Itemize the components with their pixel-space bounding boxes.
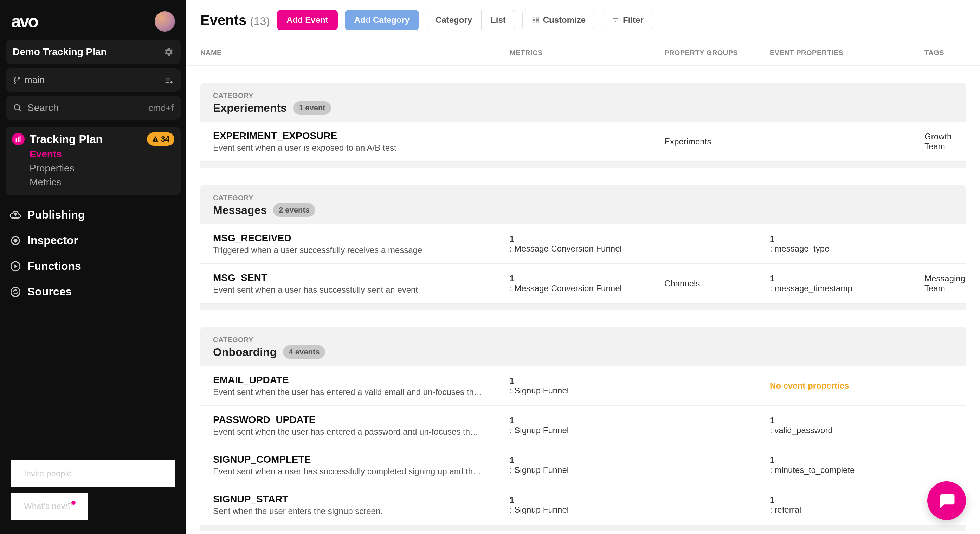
svg-rect-11: [18, 137, 19, 142]
plan-selector[interactable]: Demo Tracking Plan: [6, 40, 181, 64]
cell-event-properties: [770, 130, 924, 153]
event-row[interactable]: MSG_SENTEvent sent when a user has succe…: [200, 264, 966, 304]
play-circle-icon: [9, 260, 22, 273]
category-footer: [200, 304, 966, 310]
event-name: MSG_SENT: [213, 272, 501, 283]
cell-event-properties: 1: valid_password: [770, 414, 924, 437]
branch-name: main: [25, 75, 44, 85]
filter-button[interactable]: Filter: [602, 10, 653, 30]
branch-add-icon[interactable]: [164, 75, 173, 85]
filter-icon: [612, 16, 619, 24]
topbar: Events (13) Add Event Add Category Categ…: [186, 0, 980, 40]
column-headers: NAME METRICS PROPERTY GROUPS EVENT PROPE…: [186, 40, 980, 66]
add-category-button[interactable]: Add Category: [345, 10, 419, 30]
subitem-metrics[interactable]: Metrics: [30, 177, 174, 188]
svg-rect-12: [20, 136, 21, 142]
tracking-plan-title[interactable]: Tracking Plan: [30, 133, 103, 146]
event-name: MSG_RECEIVED: [213, 232, 501, 244]
cell-metrics: 1: Message Conversion Funnel: [510, 232, 664, 255]
gear-icon[interactable]: [164, 47, 173, 57]
invite-people-link[interactable]: Invite people: [11, 460, 175, 487]
event-row[interactable]: MSG_RECEIVEDTriggered when a user succes…: [200, 224, 966, 264]
category-header[interactable]: CATEGORYExperiements1 event: [200, 83, 966, 122]
cell-event-properties: No event properties: [770, 375, 924, 397]
cell-tags: Growth Team: [924, 130, 960, 153]
cell-property-groups: Experiments: [664, 130, 770, 153]
svg-point-18: [11, 288, 20, 297]
svg-rect-21: [533, 21, 535, 22]
svg-rect-14: [155, 140, 156, 141]
cell-metrics: 1: Signup Funnel: [510, 414, 664, 437]
event-row[interactable]: SIGNUP_STARTSent when the user enters th…: [200, 485, 966, 525]
category-header[interactable]: CATEGORYOnboarding4 events: [200, 327, 966, 366]
cell-tags: [924, 454, 953, 477]
event-description: Event sent when the user has entered a v…: [213, 387, 501, 397]
cell-name: SIGNUP_STARTSent when the user enters th…: [213, 494, 510, 516]
event-row[interactable]: SIGNUP_COMPLETEEvent sent when a user ha…: [200, 445, 966, 485]
event-description: Event sent when the user has entered a p…: [213, 427, 501, 437]
category-name: Messages: [213, 204, 267, 217]
cell-metrics: 1: Message Conversion Funnel: [510, 272, 664, 295]
cell-name: PASSWORD_UPDATEEvent sent when the user …: [213, 414, 510, 437]
cell-metrics: 1: Signup Funnel: [510, 375, 664, 397]
svg-rect-22: [536, 21, 539, 22]
category-name: Experiements: [213, 102, 287, 114]
page-title: Events (13): [200, 12, 270, 28]
warning-badge[interactable]: 34: [147, 132, 174, 146]
customize-icon: [532, 16, 539, 24]
avatar[interactable]: [155, 11, 175, 32]
sidebar: avo Demo Tracking Plan main: [0, 0, 186, 534]
git-branch-icon: [13, 76, 21, 84]
cell-name: EMAIL_UPDATEEvent sent when the user has…: [213, 375, 510, 397]
search-shortcut: cmd+f: [148, 103, 173, 113]
cell-name: MSG_RECEIVEDTriggered when a user succes…: [213, 232, 510, 255]
target-icon: [9, 234, 22, 247]
chat-button[interactable]: [927, 481, 966, 520]
cell-event-properties: 1: minutes_to_complete: [770, 454, 924, 477]
no-event-properties: No event properties: [770, 381, 916, 391]
event-row[interactable]: EMAIL_UPDATEEvent sent when the user has…: [200, 366, 966, 405]
category-block: CATEGORYMessages2 eventsMSG_RECEIVEDTrig…: [200, 185, 966, 310]
customize-button[interactable]: Customize: [522, 10, 595, 30]
cell-property-groups: [664, 494, 770, 516]
nav-inspector[interactable]: Inspector: [6, 228, 181, 253]
cell-tags: Messaging Team: [924, 272, 974, 295]
view-category-tab[interactable]: Category: [426, 10, 481, 30]
cell-property-groups: [664, 454, 770, 477]
svg-rect-13: [155, 138, 156, 140]
col-name: NAME: [200, 49, 510, 57]
nav-functions[interactable]: Functions: [6, 253, 181, 279]
nav-sources[interactable]: Sources: [6, 279, 181, 305]
event-row[interactable]: EXPERIMENT_EXPOSUREEvent sent when a use…: [200, 122, 966, 162]
view-toggle: Category List: [426, 10, 515, 30]
event-description: Event sent when a user has successfully …: [213, 285, 501, 295]
cell-name: MSG_SENTEvent sent when a user has succe…: [213, 272, 510, 295]
cell-name: EXPERIMENT_EXPOSUREEvent sent when a use…: [213, 130, 510, 153]
svg-rect-10: [16, 138, 17, 141]
category-block: CATEGORYExperiements1 eventEXPERIMENT_EX…: [200, 83, 966, 168]
category-header[interactable]: CATEGORYMessages2 events: [200, 185, 966, 224]
col-metrics: METRICS: [510, 49, 664, 57]
event-description: Triggered when a user successfully recei…: [213, 245, 501, 255]
svg-rect-19: [533, 18, 535, 20]
view-list-tab[interactable]: List: [481, 10, 515, 30]
nav-tracking-plan: Tracking Plan 34 Events Properties Metri…: [6, 127, 181, 195]
event-name: SIGNUP_COMPLETE: [213, 454, 501, 465]
event-description: Event sent when a user is exposed to an …: [213, 143, 501, 153]
add-event-button[interactable]: Add Event: [277, 10, 338, 30]
category-label: CATEGORY: [213, 92, 953, 100]
cell-metrics: 1: Signup Funnel: [510, 454, 664, 477]
cloud-upload-icon: [9, 209, 22, 221]
cell-tags: [924, 414, 953, 437]
branch-selector[interactable]: main: [6, 68, 181, 92]
search-box[interactable]: Search cmd+f: [6, 96, 181, 120]
category-footer: [200, 162, 966, 168]
nav-publishing[interactable]: Publishing: [6, 202, 181, 228]
svg-point-1: [14, 81, 16, 83]
event-row[interactable]: PASSWORD_UPDATEEvent sent when the user …: [200, 405, 966, 445]
whats-new-link[interactable]: What's new?: [11, 493, 88, 520]
event-description: Sent when the user enters the signup scr…: [213, 506, 501, 516]
svg-point-8: [14, 105, 20, 110]
subitem-events[interactable]: Events: [30, 149, 174, 160]
subitem-properties[interactable]: Properties: [30, 163, 174, 174]
